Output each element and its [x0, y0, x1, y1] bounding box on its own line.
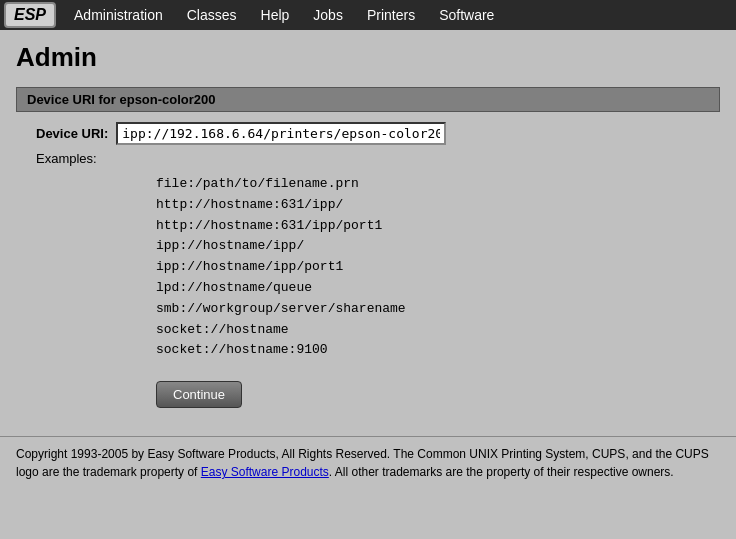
main-content: Admin Device URI for epson-color200 Devi… — [0, 30, 736, 436]
nav-software[interactable]: Software — [427, 3, 506, 27]
nav-classes[interactable]: Classes — [175, 3, 249, 27]
device-uri-input[interactable] — [116, 122, 446, 145]
navbar: ESP Administration Classes Help Jobs Pri… — [0, 0, 736, 30]
examples-pre: file:/path/to/filename.prn http://hostna… — [156, 174, 720, 361]
section-header: Device URI for epson-color200 — [16, 87, 720, 112]
nav-printers[interactable]: Printers — [355, 3, 427, 27]
examples-block: file:/path/to/filename.prn http://hostna… — [16, 174, 720, 361]
device-uri-row: Device URI: — [16, 122, 720, 145]
page-title: Admin — [16, 42, 720, 73]
nav-help[interactable]: Help — [249, 3, 302, 27]
footer: Copyright 1993-2005 by Easy Software Pro… — [0, 436, 736, 489]
device-uri-label: Device URI: — [36, 126, 108, 141]
footer-text-after: . All other trademarks are the property … — [329, 465, 674, 479]
examples-label: Examples: — [16, 151, 720, 166]
nav-administration[interactable]: Administration — [62, 3, 175, 27]
nav-jobs[interactable]: Jobs — [301, 3, 355, 27]
footer-link[interactable]: Easy Software Products — [201, 465, 329, 479]
esp-logo: ESP — [4, 2, 56, 28]
continue-button[interactable]: Continue — [156, 381, 242, 408]
